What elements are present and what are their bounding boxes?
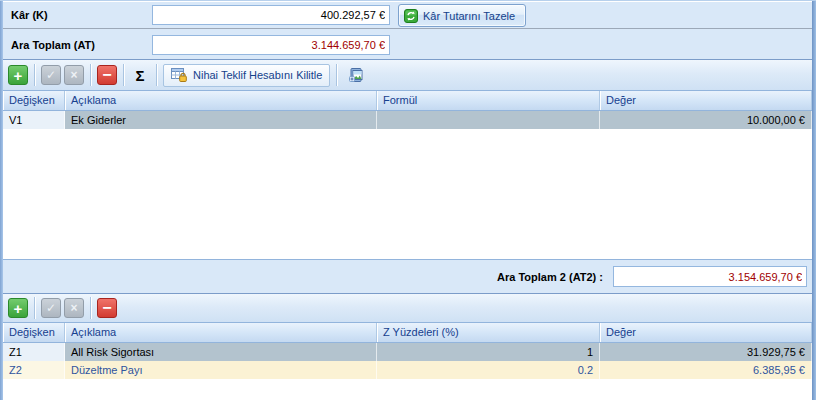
cancel-button[interactable]: × <box>64 298 84 318</box>
column-header-variable[interactable]: Değişken <box>3 91 65 110</box>
table-row[interactable]: Z1 All Risk Sigortası 1 31.929,75 € <box>3 343 812 361</box>
column-header-formula[interactable]: Formül <box>377 91 600 110</box>
cell-value: 31.929,75 € <box>600 343 812 361</box>
z-values-grid: Değişken Açıklama Z Yüzdeleri (%) Değer … <box>3 323 812 400</box>
delete-row-button[interactable]: − <box>97 298 117 318</box>
minus-icon: − <box>102 300 111 316</box>
cancel-icon: × <box>70 68 77 82</box>
check-icon: ✓ <box>46 301 56 315</box>
plus-icon: + <box>14 68 23 83</box>
cell-percentage: 0.2 <box>377 361 600 379</box>
toolbar-separator <box>90 64 91 86</box>
profit-label: Kâr (K) <box>11 9 48 21</box>
column-header-description[interactable]: Açıklama <box>65 91 377 110</box>
cell-description: All Risk Sigortası <box>65 343 377 361</box>
sigma-icon: Σ <box>135 67 144 84</box>
subtotal-input[interactable] <box>152 35 390 55</box>
profit-row: Kâr (K) Kâr Tutarını Tazele <box>3 2 812 29</box>
subtotal-label: Ara Toplam (AT) <box>11 39 95 51</box>
export-image-button[interactable] <box>343 64 369 87</box>
cell-description: Ek Giderler <box>65 111 377 129</box>
subtotal2-panel: Ara Toplam 2 (AT2) : <box>3 259 812 293</box>
z-values-grid-header: Değişken Açıklama Z Yüzdeleri (%) Değer <box>3 323 812 343</box>
column-header-variable[interactable]: Değişken <box>3 323 65 342</box>
z-values-toolbar: + ✓ × − <box>3 293 812 323</box>
refresh-profit-button-label: Kâr Tutarını Tazele <box>423 10 515 22</box>
sum-button[interactable]: Σ <box>130 65 150 85</box>
check-icon: ✓ <box>46 68 56 82</box>
table-lock-icon <box>171 68 188 83</box>
toolbar-separator <box>156 64 157 86</box>
cell-variable: Z1 <box>3 343 65 361</box>
variables-grid-header: Değişken Açıklama Formül Değer <box>3 91 812 111</box>
subtotal-row: Ara Toplam (AT) <box>3 30 812 59</box>
cell-description: Düzeltme Payı <box>65 361 377 379</box>
offer-calculation-window: Kâr (K) Kâr Tutarını Tazele Ara Topla <box>0 0 816 400</box>
column-header-value[interactable]: Değer <box>600 91 812 110</box>
toolbar-separator <box>336 64 337 86</box>
subtotal2-input[interactable] <box>613 266 807 287</box>
profit-input[interactable] <box>152 5 390 25</box>
cell-formula <box>377 111 600 129</box>
table-row[interactable]: V1 Ek Giderler 10.000,00 € <box>3 111 812 129</box>
lock-final-offer-button[interactable]: Nihai Teklif Hesabını Kilitle <box>163 64 330 87</box>
subtotal2-label: Ara Toplam 2 (AT2) : <box>303 271 603 283</box>
refresh-profit-button[interactable]: Kâr Tutarını Tazele <box>398 4 526 27</box>
table-row[interactable]: Z2 Düzeltme Payı 0.2 6.385,95 € <box>3 361 812 379</box>
variables-toolbar: + ✓ × − Σ Nihai <box>3 59 812 91</box>
delete-row-button[interactable]: − <box>97 65 117 85</box>
cell-percentage: 1 <box>377 343 600 361</box>
column-header-percentage[interactable]: Z Yüzdeleri (%) <box>377 323 600 342</box>
window-right-border <box>812 1 816 400</box>
cell-variable: V1 <box>3 111 65 129</box>
toolbar-separator <box>123 64 124 86</box>
add-row-button[interactable]: + <box>8 65 28 85</box>
plus-icon: + <box>14 301 23 316</box>
column-header-description[interactable]: Açıklama <box>65 323 377 342</box>
cancel-icon: × <box>70 301 77 315</box>
cell-value: 10.000,00 € <box>600 111 812 129</box>
export-image-icon <box>348 67 364 83</box>
cancel-button[interactable]: × <box>64 65 84 85</box>
toolbar-separator <box>90 297 91 319</box>
column-header-value[interactable]: Değer <box>600 323 812 342</box>
add-row-button[interactable]: + <box>8 298 28 318</box>
refresh-icon <box>404 9 418 23</box>
variables-grid: Değişken Açıklama Formül Değer V1 Ek Gid… <box>3 91 812 259</box>
toolbar-separator <box>34 64 35 86</box>
totals-panel: Kâr (K) Kâr Tutarını Tazele Ara Topla <box>3 2 812 59</box>
cell-value: 6.385,95 € <box>600 361 812 379</box>
confirm-button[interactable]: ✓ <box>41 65 61 85</box>
cell-variable: Z2 <box>3 361 65 379</box>
lock-final-offer-button-label: Nihai Teklif Hesabını Kilitle <box>193 69 322 81</box>
minus-icon: − <box>102 67 111 83</box>
toolbar-separator <box>34 297 35 319</box>
confirm-button[interactable]: ✓ <box>41 298 61 318</box>
